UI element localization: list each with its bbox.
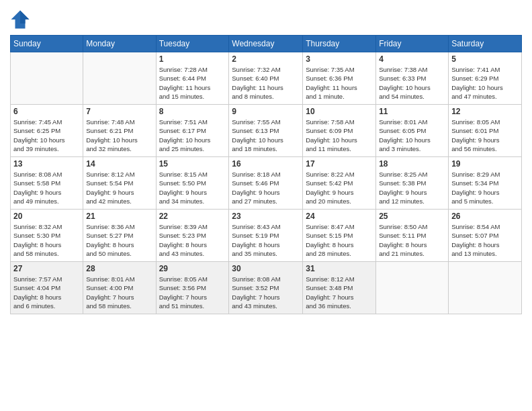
weekday-header: Tuesday [156, 36, 229, 52]
day-info: Sunrise: 8:50 AM Sunset: 5:11 PM Dayligh… [379, 222, 445, 258]
calendar-cell: 21Sunrise: 8:36 AM Sunset: 5:27 PM Dayli… [83, 210, 156, 262]
day-info: Sunrise: 8:05 AM Sunset: 6:01 PM Dayligh… [451, 118, 519, 153]
calendar-cell: 7Sunrise: 7:48 AM Sunset: 6:21 PM Daylig… [83, 105, 156, 157]
page: SundayMondayTuesdayWednesdayThursdayFrid… [0, 0, 532, 321]
day-number: 7 [86, 107, 152, 116]
logo [10, 9, 32, 30]
calendar-cell: 12Sunrise: 8:05 AM Sunset: 6:01 PM Dayli… [449, 105, 522, 157]
day-number: 3 [306, 54, 373, 64]
day-number: 2 [232, 54, 300, 64]
day-number: 29 [159, 264, 226, 273]
calendar-week-row: 27Sunrise: 7:57 AM Sunset: 4:04 PM Dayli… [11, 262, 522, 314]
day-info: Sunrise: 7:28 AM Sunset: 6:44 PM Dayligh… [159, 65, 226, 101]
day-info: Sunrise: 8:36 AM Sunset: 5:27 PM Dayligh… [86, 222, 152, 258]
day-info: Sunrise: 8:47 AM Sunset: 5:15 PM Dayligh… [306, 222, 373, 258]
calendar-cell: 15Sunrise: 8:15 AM Sunset: 5:50 PM Dayli… [156, 157, 229, 210]
day-number: 5 [451, 54, 519, 64]
day-number: 11 [379, 107, 445, 116]
calendar-cell: 5Sunrise: 7:41 AM Sunset: 6:29 PM Daylig… [449, 52, 522, 105]
day-info: Sunrise: 8:08 AM Sunset: 5:58 PM Dayligh… [13, 170, 80, 205]
day-number: 17 [306, 159, 373, 169]
day-info: Sunrise: 7:55 AM Sunset: 6:13 PM Dayligh… [232, 118, 300, 153]
day-number: 9 [232, 107, 300, 116]
day-number: 27 [13, 264, 80, 273]
calendar-week-row: 13Sunrise: 8:08 AM Sunset: 5:58 PM Dayli… [11, 157, 522, 210]
day-number: 18 [379, 159, 445, 169]
calendar-cell: 19Sunrise: 8:29 AM Sunset: 5:34 PM Dayli… [449, 157, 522, 210]
day-info: Sunrise: 8:12 AM Sunset: 3:48 PM Dayligh… [306, 275, 373, 310]
day-info: Sunrise: 8:29 AM Sunset: 5:34 PM Dayligh… [451, 170, 519, 205]
calendar-cell: 10Sunrise: 7:58 AM Sunset: 6:09 PM Dayli… [303, 105, 376, 157]
calendar-cell: 30Sunrise: 8:08 AM Sunset: 3:52 PM Dayli… [229, 262, 303, 314]
calendar-cell: 27Sunrise: 7:57 AM Sunset: 4:04 PM Dayli… [11, 262, 83, 314]
calendar-table: SundayMondayTuesdayWednesdayThursdayFrid… [10, 35, 522, 314]
day-number: 13 [13, 159, 80, 169]
day-number: 10 [306, 107, 373, 116]
day-number: 4 [379, 54, 445, 64]
calendar-cell: 24Sunrise: 8:47 AM Sunset: 5:15 PM Dayli… [303, 210, 376, 262]
calendar-cell: 11Sunrise: 8:01 AM Sunset: 6:05 PM Dayli… [376, 105, 449, 157]
day-number: 31 [306, 264, 373, 273]
calendar-cell: 31Sunrise: 8:12 AM Sunset: 3:48 PM Dayli… [303, 262, 376, 314]
day-number: 25 [379, 212, 445, 221]
day-info: Sunrise: 8:32 AM Sunset: 5:30 PM Dayligh… [13, 222, 80, 258]
calendar-cell: 20Sunrise: 8:32 AM Sunset: 5:30 PM Dayli… [11, 210, 83, 262]
calendar-cell: 18Sunrise: 8:25 AM Sunset: 5:38 PM Dayli… [376, 157, 449, 210]
day-number: 24 [306, 212, 373, 221]
day-info: Sunrise: 7:45 AM Sunset: 6:25 PM Dayligh… [13, 118, 80, 153]
day-info: Sunrise: 8:15 AM Sunset: 5:50 PM Dayligh… [159, 170, 226, 205]
calendar-cell: 17Sunrise: 8:22 AM Sunset: 5:42 PM Dayli… [303, 157, 376, 210]
day-info: Sunrise: 8:12 AM Sunset: 5:54 PM Dayligh… [86, 170, 152, 205]
day-info: Sunrise: 7:35 AM Sunset: 6:36 PM Dayligh… [306, 65, 373, 101]
calendar-cell: 3Sunrise: 7:35 AM Sunset: 6:36 PM Daylig… [303, 52, 376, 105]
day-info: Sunrise: 7:38 AM Sunset: 6:33 PM Dayligh… [379, 65, 445, 101]
day-number: 8 [159, 107, 226, 116]
calendar-cell: 25Sunrise: 8:50 AM Sunset: 5:11 PM Dayli… [376, 210, 449, 262]
calendar-cell: 8Sunrise: 7:51 AM Sunset: 6:17 PM Daylig… [156, 105, 229, 157]
weekday-header: Wednesday [229, 36, 303, 52]
day-number: 22 [159, 212, 226, 221]
weekday-header: Monday [83, 36, 156, 52]
day-number: 14 [86, 159, 152, 169]
calendar-cell: 9Sunrise: 7:55 AM Sunset: 6:13 PM Daylig… [229, 105, 303, 157]
day-number: 12 [451, 107, 519, 116]
day-number: 23 [232, 212, 300, 221]
day-info: Sunrise: 8:05 AM Sunset: 3:56 PM Dayligh… [159, 275, 226, 310]
day-number: 26 [451, 212, 519, 221]
calendar-cell: 4Sunrise: 7:38 AM Sunset: 6:33 PM Daylig… [376, 52, 449, 105]
day-info: Sunrise: 7:32 AM Sunset: 6:40 PM Dayligh… [232, 65, 300, 101]
day-info: Sunrise: 8:18 AM Sunset: 5:46 PM Dayligh… [232, 170, 300, 205]
calendar-cell [83, 52, 156, 105]
day-number: 1 [159, 54, 226, 64]
weekday-header: Saturday [449, 36, 522, 52]
calendar-cell: 26Sunrise: 8:54 AM Sunset: 5:07 PM Dayli… [449, 210, 522, 262]
logo-icon [10, 9, 30, 30]
day-info: Sunrise: 7:51 AM Sunset: 6:17 PM Dayligh… [159, 118, 226, 153]
calendar-cell: 13Sunrise: 8:08 AM Sunset: 5:58 PM Dayli… [11, 157, 83, 210]
day-info: Sunrise: 7:58 AM Sunset: 6:09 PM Dayligh… [306, 118, 373, 153]
calendar-cell: 2Sunrise: 7:32 AM Sunset: 6:40 PM Daylig… [229, 52, 303, 105]
weekday-header: Sunday [11, 36, 83, 52]
calendar-cell: 23Sunrise: 8:43 AM Sunset: 5:19 PM Dayli… [229, 210, 303, 262]
day-info: Sunrise: 8:25 AM Sunset: 5:38 PM Dayligh… [379, 170, 445, 205]
calendar-week-row: 20Sunrise: 8:32 AM Sunset: 5:30 PM Dayli… [11, 210, 522, 262]
calendar-cell: 1Sunrise: 7:28 AM Sunset: 6:44 PM Daylig… [156, 52, 229, 105]
day-info: Sunrise: 7:48 AM Sunset: 6:21 PM Dayligh… [86, 118, 152, 153]
day-number: 28 [86, 264, 152, 273]
calendar-cell: 28Sunrise: 8:01 AM Sunset: 4:00 PM Dayli… [83, 262, 156, 314]
calendar-cell [376, 262, 449, 314]
calendar-cell [11, 52, 83, 105]
day-info: Sunrise: 8:01 AM Sunset: 6:05 PM Dayligh… [379, 118, 445, 153]
calendar-week-row: 6Sunrise: 7:45 AM Sunset: 6:25 PM Daylig… [11, 105, 522, 157]
calendar-header-row: SundayMondayTuesdayWednesdayThursdayFrid… [11, 36, 522, 52]
calendar-cell: 29Sunrise: 8:05 AM Sunset: 3:56 PM Dayli… [156, 262, 229, 314]
day-info: Sunrise: 8:39 AM Sunset: 5:23 PM Dayligh… [159, 222, 226, 258]
calendar-week-row: 1Sunrise: 7:28 AM Sunset: 6:44 PM Daylig… [11, 52, 522, 105]
day-info: Sunrise: 7:57 AM Sunset: 4:04 PM Dayligh… [13, 275, 80, 310]
day-info: Sunrise: 8:43 AM Sunset: 5:19 PM Dayligh… [232, 222, 300, 258]
calendar-cell: 16Sunrise: 8:18 AM Sunset: 5:46 PM Dayli… [229, 157, 303, 210]
day-info: Sunrise: 8:08 AM Sunset: 3:52 PM Dayligh… [232, 275, 300, 310]
day-number: 20 [13, 212, 80, 221]
calendar-cell: 22Sunrise: 8:39 AM Sunset: 5:23 PM Dayli… [156, 210, 229, 262]
day-number: 21 [86, 212, 152, 221]
